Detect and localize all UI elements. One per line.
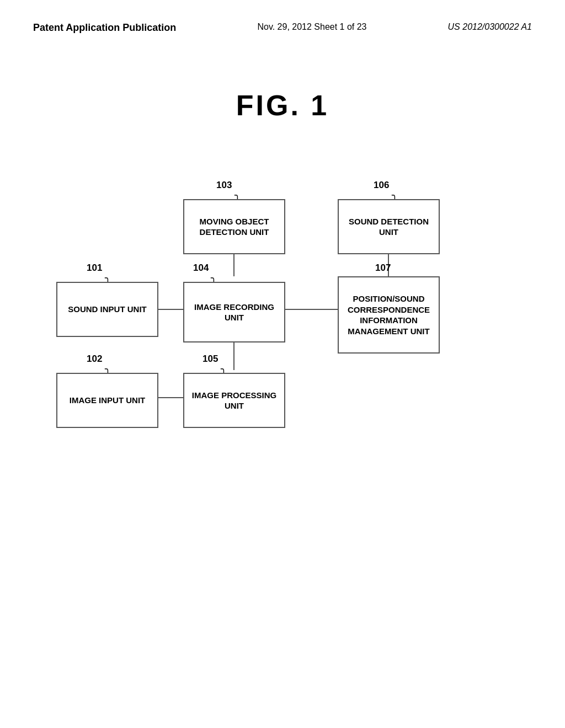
ref-103: 103	[216, 180, 232, 191]
ref-106: 106	[374, 180, 389, 191]
sheet-info: Nov. 29, 2012 Sheet 1 of 23	[257, 22, 366, 32]
image-processing-unit-box: IMAGE PROCESSING UNIT	[183, 373, 285, 428]
figure-title: FIG. 1	[0, 89, 565, 122]
sound-input-unit-box: SOUND INPUT UNIT	[56, 282, 158, 337]
ref-104: 104	[193, 263, 209, 274]
image-input-unit-box: IMAGE INPUT UNIT	[56, 373, 158, 428]
image-recording-unit-box: IMAGE RECORDING UNIT	[183, 282, 285, 342]
position-sound-management-unit-box: POSITION/SOUND CORRESPONDENCE INFORMATIO…	[338, 276, 440, 354]
diagram-container: 103 ╮ 106 ╮ MOVING OBJECT DETECTION UNIT…	[45, 155, 520, 541]
publication-label: Patent Application Publication	[33, 22, 176, 34]
ref-105: 105	[202, 354, 218, 365]
patent-number: US 2012/0300022 A1	[448, 22, 532, 32]
ref-102: 102	[87, 354, 102, 365]
ref-107: 107	[375, 263, 391, 274]
sound-detection-unit-box: SOUND DETECTION UNIT	[338, 199, 440, 254]
moving-object-detection-unit-box: MOVING OBJECT DETECTION UNIT	[183, 199, 285, 254]
ref-101: 101	[87, 263, 102, 274]
